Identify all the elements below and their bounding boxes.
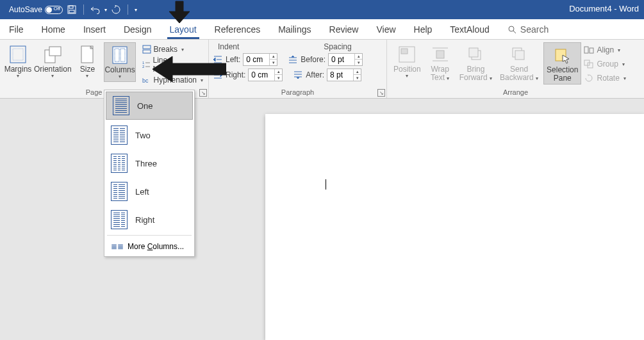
svg-rect-22 [436,51,444,58]
svg-rect-2 [69,10,74,13]
spacing-after-input[interactable]: ▴▾ [327,69,361,81]
columns-two-icon [111,125,128,145]
size-icon [79,44,95,65]
group-label-paragraph: Paragraph [213,88,383,98]
align-button[interactable]: Align▾ [584,44,625,56]
autosave-toggle[interactable]: AutoSave Off [9,5,63,14]
columns-left-icon [111,182,128,201]
columns-three-icon [111,154,128,173]
position-button[interactable]: Position▾ [391,42,424,81]
spacing-after-label: After: [306,70,324,79]
selection-pane-button[interactable]: Selection Pane [543,42,581,85]
group-arrange: Position▾ Wrap Text ▾ Bring Forward ▾ Se… [387,40,644,98]
columns-button[interactable]: Columns▾ [104,42,135,82]
wrap-text-button[interactable]: Wrap Text ▾ [426,42,454,83]
position-icon [398,44,416,65]
columns-option-one[interactable]: One [106,92,193,120]
columns-one-icon [113,96,129,115]
wrap-text-icon [431,44,449,65]
group-objects-button[interactable]: Group▾ [584,58,625,70]
rotate-button[interactable]: Rotate▾ [584,72,625,85]
align-icon [584,45,594,54]
search-label: Search [520,24,549,35]
spacing-before-label: Before: [301,55,326,64]
indent-right-input[interactable]: ▴▾ [248,69,283,81]
qat-customize-icon[interactable]: ▾ [135,7,137,13]
selection-pane-icon [554,44,572,66]
tab-review[interactable]: Review [320,19,368,39]
menu-separator [107,235,192,236]
tutorial-arrow-left-icon [151,54,226,84]
orientation-icon [43,44,62,65]
more-columns-option[interactable]: ≣≣ More Columns... [104,237,194,256]
svg-point-3 [509,26,514,31]
margins-button[interactable]: Margins▾ [4,42,32,81]
undo-icon[interactable] [90,4,101,15]
tab-textaloud[interactable]: TextAloud [441,19,498,39]
title-bar: AutoSave Off ▾ ▾ Document4 - Word [0,0,644,19]
tab-references[interactable]: References [206,19,270,39]
bring-forward-icon [466,44,484,65]
svg-text:2: 2 [142,65,145,69]
send-backward-button[interactable]: Send Backward ▾ [497,42,541,83]
spacing-before-icon [288,55,298,64]
svg-rect-6 [13,49,23,60]
text-cursor [326,179,326,190]
svg-rect-13 [143,45,151,49]
tab-mailings[interactable]: Mailings [269,19,320,39]
ribbon-tabs: File Home Insert Design Layout Reference… [0,19,644,40]
rotate-icon [584,74,594,83]
svg-rect-14 [143,50,151,53]
search-icon [508,25,516,34]
svg-text:bc: bc [142,77,149,84]
tab-design[interactable]: Design [115,19,161,39]
svg-rect-28 [515,51,524,60]
svg-line-4 [513,31,516,33]
svg-rect-31 [590,48,593,53]
svg-rect-30 [584,47,588,53]
svg-rect-8 [49,47,61,56]
tab-insert[interactable]: Insert [74,19,115,39]
group-objects-icon [584,60,594,69]
columns-option-three[interactable]: Three [104,149,194,177]
columns-option-two[interactable]: Two [104,121,194,149]
tutorial-arrow-down-icon [167,0,192,26]
columns-option-right[interactable]: Right [104,206,194,234]
svg-rect-1 [69,6,73,8]
document-page[interactable] [265,114,644,340]
toggle-off-icon: Off [45,6,63,14]
spacing-header: Spacing [296,42,379,51]
indent-left-input[interactable]: ▴▾ [243,53,277,66]
paragraph-dialog-launcher[interactable]: ↘ [377,89,385,97]
page-setup-dialog-launcher[interactable]: ↘ [199,89,207,97]
group-paragraph: Indent Spacing Left: ▴▾ Before: ▴▾ Right… [209,40,387,98]
indent-right-label: Right: [226,70,245,79]
send-backward-icon [510,44,528,65]
tab-help[interactable]: Help [405,19,442,39]
tab-home[interactable]: Home [33,19,74,39]
line-numbers-icon: 12 [142,60,151,69]
size-button[interactable]: Size▾ [73,42,101,81]
bring-forward-button[interactable]: Bring Forward ▾ [457,42,495,83]
tab-view[interactable]: View [367,19,404,39]
spacing-after-icon [293,70,303,79]
ribbon: Margins▾ Orientation▾ Size▾ Columns▾ Bre… [0,40,644,99]
breaks-icon [142,45,151,54]
columns-option-left[interactable]: Left [104,177,194,206]
tab-file[interactable]: File [0,19,33,39]
group-label-arrange: Arrange [391,88,640,98]
svg-rect-21 [401,49,408,54]
orientation-button[interactable]: Orientation▾ [35,42,70,81]
save-icon[interactable] [67,4,77,15]
columns-right-icon [111,210,128,229]
indent-header: Indent [213,42,296,51]
undo-dropdown-icon[interactable]: ▾ [104,7,107,13]
columns-dropdown: One Two Three Left Right ≣≣ More Columns… [104,90,195,257]
redo-icon[interactable] [111,4,121,15]
hyphenation-icon: bc [142,76,151,85]
autosave-label: AutoSave [9,5,42,14]
more-columns-icon: ≣≣ [111,242,121,251]
search-box[interactable]: Search [508,24,549,35]
spacing-before-input[interactable]: ▴▾ [328,53,363,66]
svg-rect-26 [469,48,478,57]
